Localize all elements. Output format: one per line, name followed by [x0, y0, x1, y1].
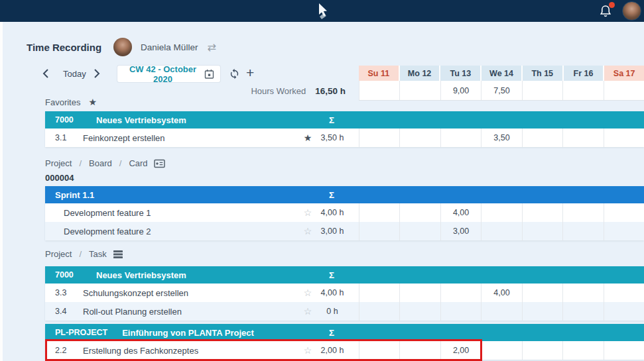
- task-name: Development feature 1: [64, 208, 302, 218]
- top-navbar: [0, 0, 644, 22]
- time-entry-cell[interactable]: 4,00: [481, 284, 521, 302]
- employee-name: Daniela Müller: [141, 42, 198, 52]
- time-entry-cell[interactable]: 3,00: [440, 222, 481, 240]
- task-name: Roll-out Planung erstellen: [83, 307, 302, 317]
- time-entry-cell[interactable]: [399, 302, 440, 321]
- project-name: Neues Vertriebsystem: [96, 270, 186, 280]
- add-entry-button[interactable]: +: [246, 64, 254, 81]
- calendar-icon: [204, 69, 214, 79]
- daily-total: 7,50: [481, 81, 521, 100]
- time-entry-cell[interactable]: [604, 341, 644, 360]
- time-entry-cell[interactable]: [522, 302, 562, 321]
- sprint-name: Sprint 1.1: [55, 190, 94, 200]
- time-entry-cell[interactable]: [399, 203, 440, 222]
- task-hours: 0 h: [315, 307, 350, 316]
- time-entry-cell[interactable]: [522, 129, 562, 147]
- time-entry-cell[interactable]: [604, 129, 644, 147]
- time-entry-cell[interactable]: [481, 203, 521, 222]
- task-hours: 3,50 h: [315, 133, 350, 142]
- time-entry-cell[interactable]: [440, 302, 481, 321]
- time-entry-cell[interactable]: 3,50: [481, 129, 521, 147]
- time-entry-cell[interactable]: [481, 222, 521, 240]
- day-header-we: We 14: [482, 66, 523, 81]
- task-number: 3.1: [45, 133, 83, 142]
- time-entry-cell[interactable]: [440, 129, 481, 147]
- daily-totals-row: 9,00 7,50: [359, 81, 644, 101]
- time-entry-cell[interactable]: [399, 129, 440, 147]
- time-entry-cell[interactable]: [604, 203, 644, 222]
- refresh-icon[interactable]: [229, 68, 240, 79]
- breadcrumb-card[interactable]: Card: [129, 158, 147, 168]
- favorite-star-icon[interactable]: [302, 132, 314, 143]
- next-week-button[interactable]: [94, 68, 100, 79]
- table-row-highlighted[interactable]: 2.2 Erstellung des Fachkonzeptes 2,00 h …: [45, 341, 644, 360]
- time-entry-cell[interactable]: [481, 302, 521, 321]
- favorite-star-icon[interactable]: [302, 207, 314, 218]
- time-entry-cell[interactable]: [481, 341, 521, 360]
- time-entry-cell[interactable]: 4,00: [440, 203, 481, 222]
- day-header-sa: Sa 17: [604, 66, 644, 81]
- favorite-star-icon[interactable]: [302, 287, 314, 298]
- user-avatar[interactable]: [622, 1, 641, 21]
- time-entry-cell[interactable]: [399, 222, 440, 240]
- time-entry-cell[interactable]: [604, 222, 644, 240]
- row-label-zone: Development feature 2 3,00 h: [45, 222, 359, 240]
- project-code: 7000: [55, 115, 82, 125]
- day-cells: 3,50: [359, 129, 644, 147]
- table-row[interactable]: 3.3 Schulungskonzept erstellen 4,00 h 4,…: [45, 284, 644, 302]
- time-entry-cell[interactable]: [604, 302, 644, 321]
- time-entry-cell[interactable]: [359, 341, 399, 360]
- favorite-star-icon[interactable]: [302, 226, 314, 236]
- time-entry-cell[interactable]: [562, 203, 603, 222]
- time-entry-cell[interactable]: [522, 203, 562, 222]
- previous-week-button[interactable]: [42, 68, 49, 79]
- table-row[interactable]: Development feature 2 3,00 h 3,00: [45, 222, 644, 240]
- time-entry-cell[interactable]: [562, 222, 603, 240]
- breadcrumb-task-item[interactable]: Task: [89, 249, 107, 259]
- time-entry-cell[interactable]: [399, 284, 440, 302]
- time-entry-cell[interactable]: [359, 129, 399, 147]
- time-entry-cell[interactable]: [359, 203, 399, 222]
- table-row[interactable]: 3.1 Feinkonzept erstellen 3,50 h 3,50: [45, 129, 644, 147]
- hours-worked-value: 16,50 h: [315, 86, 346, 96]
- favorite-star-icon[interactable]: [302, 306, 314, 317]
- day-cells: 4,00: [359, 203, 644, 222]
- table-row[interactable]: Development feature 1 4,00 h 4,00: [45, 203, 644, 222]
- time-entry-cell[interactable]: [522, 284, 562, 302]
- task-name: Feinkonzept erstellen: [83, 133, 302, 143]
- project-name: Einführung von PLANTA Project: [122, 328, 254, 338]
- week-picker[interactable]: CW 42 - October 2020: [117, 66, 220, 82]
- time-entry-cell[interactable]: 2,00: [440, 341, 481, 360]
- time-entry-cell[interactable]: [359, 284, 399, 302]
- sum-symbol: Σ: [322, 190, 341, 200]
- switch-user-icon[interactable]: ⇄: [207, 41, 216, 54]
- employee-avatar[interactable]: [113, 38, 132, 56]
- board-card-table: Sprint 1.1 Σ Development feature 1 4,00 …: [45, 186, 644, 240]
- breadcrumb-separator: /: [119, 158, 122, 168]
- time-entry-cell[interactable]: [562, 341, 603, 360]
- time-entry-cell[interactable]: [399, 341, 440, 360]
- table-header: PL-PROJECT Einführung von PLANTA Project…: [45, 324, 644, 341]
- time-entry-cell[interactable]: [522, 341, 562, 360]
- time-entry-cell[interactable]: [562, 302, 603, 321]
- breadcrumb-project[interactable]: Project: [45, 158, 72, 168]
- star-filled-icon[interactable]: [88, 97, 97, 107]
- day-header-fr: Fr 16: [564, 66, 605, 81]
- task-hours: 2,00 h: [315, 346, 350, 355]
- today-button[interactable]: Today: [63, 69, 86, 79]
- time-entry-cell[interactable]: [440, 284, 481, 302]
- sum-symbol: Σ: [322, 270, 341, 280]
- breadcrumb-board[interactable]: Board: [89, 158, 112, 168]
- time-entry-cell[interactable]: [522, 222, 562, 240]
- time-entry-cell[interactable]: [604, 284, 644, 302]
- time-entry-cell[interactable]: [359, 302, 399, 321]
- day-cells: 3,00: [359, 222, 644, 240]
- day-cells: 4,00: [359, 284, 644, 302]
- table-row[interactable]: 3.4 Roll-out Planung erstellen 0 h: [45, 302, 644, 321]
- breadcrumb-project[interactable]: Project: [45, 249, 72, 259]
- time-entry-cell[interactable]: [562, 284, 603, 302]
- task-hours: 3,00 h: [315, 227, 350, 236]
- favorite-star-icon[interactable]: [302, 345, 314, 356]
- time-entry-cell[interactable]: [562, 129, 603, 147]
- time-entry-cell[interactable]: [359, 222, 399, 240]
